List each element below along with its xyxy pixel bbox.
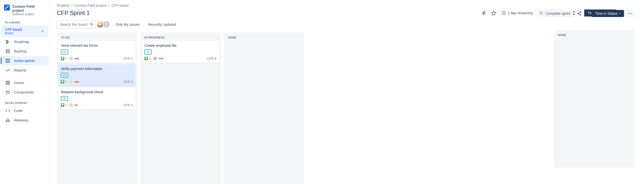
sidebar-board-group[interactable]: CFP board Board (2, 26, 48, 37)
duplicate-header-controls: Complete sprint Time in Status (543, 10, 634, 18)
priority-icon: = (66, 80, 68, 84)
automation-icon[interactable] (480, 9, 488, 17)
priority-icon: = (149, 56, 151, 60)
svg-point-20 (106, 23, 107, 24)
avatar-unassigned[interactable] (103, 21, 110, 28)
svg-rect-3 (6, 50, 9, 51)
card-title: Create employee file (144, 44, 217, 48)
share-icon-dup[interactable] (575, 10, 583, 18)
issue-key[interactable]: CFP-4 (207, 57, 217, 60)
board-column: IN PROGRESSCreate employee file1h=5CFP-4 (140, 32, 221, 184)
breadcrumb-link[interactable]: Custom Field project (74, 4, 106, 8)
search-wrap (57, 20, 96, 28)
header-row: CFP Sprint 1 1 day remaining Complete sp… (57, 9, 626, 17)
sidebar-label: Issues (14, 81, 24, 85)
status-dots (75, 104, 79, 106)
card-footer: =-CFP-1 (61, 56, 133, 60)
more-menu-button-dup[interactable] (626, 10, 634, 18)
releases-icon (5, 118, 11, 123)
sidebar-item-roadmap[interactable]: Roadmap (2, 37, 48, 46)
sidebar-label: Backlog (14, 49, 27, 53)
breadcrumb-link[interactable]: CFP board (112, 4, 128, 8)
sidebar-item-issues[interactable]: Issues (2, 78, 48, 88)
backlog-icon (5, 48, 11, 54)
estimate-badge: 4h (61, 96, 68, 101)
board-column: DONE (224, 32, 304, 184)
points-badge: - (69, 80, 73, 84)
issues-icon (5, 80, 11, 86)
column-header: DONE (226, 32, 303, 41)
avatar-stack[interactable] (98, 21, 110, 28)
breadcrumb: Projects/ Custom Field project/ CFP boar… (57, 4, 626, 8)
code-icon (5, 108, 11, 114)
roadmap-icon (5, 39, 11, 44)
svg-rect-4 (6, 52, 9, 53)
sidebar-item-components[interactable]: Components (2, 88, 48, 97)
sidebar-label: Roadmap (14, 40, 29, 44)
sidebar: Custom Field project Software project PL… (0, 0, 50, 184)
sidebar-item-backlog[interactable]: Backlog (2, 46, 48, 56)
card-footer: =5CFP-4 (144, 56, 217, 60)
days-remaining: 1 day remaining (499, 11, 535, 15)
column-header-dup: DONE (555, 30, 632, 38)
issue-key[interactable]: CFP-1 (123, 57, 133, 60)
points-badge: - (69, 103, 73, 107)
sidebar-label: Components (14, 90, 34, 94)
status-dots (159, 58, 163, 59)
points-badge: 5 (152, 56, 158, 60)
project-header[interactable]: Custom Field project Software project (2, 4, 48, 20)
sidebar-item-reports[interactable]: Reports (2, 66, 48, 75)
sidebar-item-code[interactable]: Code (2, 106, 48, 116)
card-title: Verify payment information (61, 67, 133, 71)
issue-card[interactable]: Create employee file1h=5CFP-4 (142, 41, 219, 63)
sidebar-label: Releases (14, 118, 29, 122)
svg-point-25 (630, 13, 630, 14)
status-dots (75, 81, 79, 82)
complete-sprint-button-dup[interactable]: Complete sprint (543, 10, 573, 17)
sidebar-label: Reports (14, 68, 26, 72)
board-group-title: CFP board (5, 28, 22, 32)
components-icon (5, 90, 11, 95)
toolbar: Only My Issues Recently Updated (57, 20, 626, 28)
issue-card[interactable]: Verify payment information4h=-CFP-3 (58, 64, 135, 86)
svg-rect-0 (6, 40, 8, 41)
sidebar-item-releases[interactable]: Releases (2, 116, 48, 125)
issue-key[interactable]: CFP-3 (123, 80, 133, 84)
svg-rect-11 (6, 121, 9, 122)
svg-rect-2 (6, 43, 8, 44)
card-footer: =-CFP-2 (61, 103, 133, 107)
time-in-status-button-dup[interactable]: Time in Status (592, 10, 624, 17)
project-type: Software project (12, 12, 46, 16)
issue-card[interactable]: Request background check4h=-CFP-2 (58, 88, 135, 110)
duplicate-done-column: DONE (554, 30, 634, 168)
only-my-issues-button[interactable]: Only My Issues (113, 21, 143, 28)
points-badge: - (69, 56, 73, 60)
sidebar-item-active-sprints[interactable]: Active sprints (2, 56, 48, 66)
svg-rect-9 (7, 82, 9, 84)
svg-rect-5 (6, 59, 10, 62)
recently-updated-button[interactable]: Recently Updated (145, 21, 179, 28)
svg-point-24 (628, 13, 629, 14)
reports-icon (5, 68, 11, 73)
column-header: IN PROGRESS (142, 32, 219, 41)
chevron-down-icon (618, 12, 621, 15)
board-column: TO DOSend relevant tax forms4h=-CFP-1Ver… (57, 32, 137, 184)
breadcrumb-link[interactable]: Projects (57, 4, 70, 8)
remaining-text: 1 day remaining (508, 11, 533, 15)
clock-icon (502, 11, 506, 15)
search-icon[interactable] (90, 22, 94, 27)
chevron-down-icon[interactable] (41, 29, 45, 34)
svg-rect-8 (6, 81, 9, 84)
status-dots (75, 58, 79, 59)
sidebar-label: Code (14, 109, 22, 113)
estimate-badge: 4h (61, 73, 68, 78)
issue-key[interactable]: CFP-2 (123, 103, 133, 107)
card-footer: =-CFP-3 (61, 80, 133, 84)
card-title: Send relevant tax forms (61, 44, 133, 48)
card-title: Request background check (61, 90, 133, 94)
story-icon (61, 57, 64, 60)
board-icon (5, 58, 11, 64)
issue-card[interactable]: Send relevant tax forms4h=-CFP-1 (58, 41, 135, 63)
star-icon[interactable] (490, 9, 498, 17)
priority-icon: = (66, 103, 68, 107)
